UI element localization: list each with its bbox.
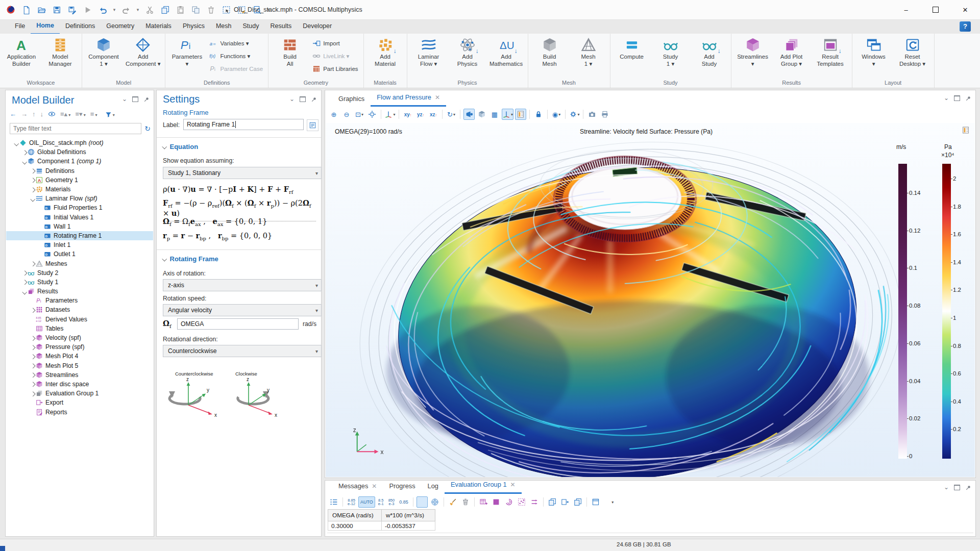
collapsed-chevron-icon[interactable] (30, 373, 35, 378)
graphics-tab-graphics[interactable]: Graphics (332, 91, 371, 107)
run-button[interactable] (81, 3, 94, 16)
close-icon[interactable]: ✕ (435, 91, 440, 104)
color-legend-icon[interactable] (515, 109, 526, 120)
tree-item-component-1[interactable]: Component 1(comp 1) (6, 157, 153, 166)
parameter-case-button[interactable]: Parameter Case (206, 62, 266, 75)
study-1-button[interactable]: Study 1 ▾ (651, 35, 690, 79)
clear-table-icon[interactable] (447, 496, 458, 508)
build-mesh-button[interactable]: Build Mesh (530, 35, 569, 79)
save-as-button[interactable] (65, 3, 79, 16)
menu-materials[interactable]: Materials (140, 19, 177, 34)
precision-85-button[interactable]: 8.5e-1 (377, 497, 385, 507)
redo-button[interactable] (119, 3, 133, 16)
display-pane-icon[interactable] (590, 496, 601, 508)
new-file-button[interactable] (19, 3, 33, 16)
duplicate-button[interactable] (189, 3, 202, 16)
tree-item-rotating-frame-1[interactable]: Rotating Frame 1 (6, 231, 153, 240)
collapsed-chevron-icon[interactable] (30, 308, 35, 313)
collapsed-chevron-icon[interactable] (30, 345, 35, 349)
menu-file[interactable]: File (9, 19, 31, 34)
tree-item-study-2[interactable]: Study 2 (6, 268, 153, 278)
tree-item-study-1[interactable]: Study 1 (6, 278, 153, 287)
bottom-tab-progress[interactable]: Progress (383, 479, 421, 494)
application-builder-button[interactable]: Application Builder (2, 35, 41, 79)
scene-light-icon[interactable] (463, 109, 475, 120)
open-file-button[interactable] (35, 3, 48, 16)
tree-item-inter-disc-space[interactable]: Inter disc space (6, 380, 153, 389)
close-button[interactable]: ✕ (950, 0, 980, 19)
menu-study[interactable]: Study (237, 19, 265, 34)
maximize-button[interactable] (921, 0, 950, 19)
cell-color-icon[interactable] (491, 496, 502, 508)
transparency-icon[interactable] (476, 109, 487, 120)
add-component-button[interactable]: Add Component ▾ (123, 35, 163, 79)
delete-table-icon[interactable] (460, 496, 471, 508)
expand-icon[interactable]: ≡▴ ▾ (60, 110, 70, 118)
minimize-button[interactable]: – (891, 0, 921, 19)
menu-results[interactable]: Results (265, 19, 298, 34)
parameters-button[interactable]: Parameters ▾ (167, 35, 206, 79)
cut-button[interactable] (143, 3, 156, 16)
label-input[interactable]: Rotating Frame 1 (183, 119, 304, 130)
collapsed-chevron-icon[interactable] (30, 364, 35, 368)
livelink-button[interactable]: LiveLink ▾ (309, 49, 361, 62)
undo-button[interactable] (96, 3, 109, 16)
tree-item-pressure-spf-[interactable]: Pressure (spf) (6, 342, 153, 352)
zoom-out-icon[interactable]: ⊖ (341, 109, 352, 120)
compute-button[interactable]: Compute (612, 35, 651, 79)
tree-item-mesh-plot-4[interactable]: Mesh Plot 4 (6, 352, 153, 361)
reorder-columns-icon[interactable] (529, 496, 540, 508)
tree-item-meshes[interactable]: Meshes (6, 259, 153, 268)
precision-850-button[interactable]: 850e-3 (387, 497, 397, 507)
graphics-canvas[interactable]: OMEGA(29)=1000 rad/s Streamline: Velocit… (326, 123, 975, 477)
graphics-tab-flow-and-pressure[interactable]: Flow and Pressure✕ (371, 90, 446, 107)
tree-item-tables[interactable]: Tables (6, 324, 153, 333)
menu-definitions[interactable]: Definitions (60, 19, 101, 34)
add-mathematics-button[interactable]: ↓ Add Mathematics (487, 35, 526, 79)
menu-physics[interactable]: Physics (177, 19, 210, 34)
settings-float-icon[interactable] (300, 96, 306, 102)
table-header-cell[interactable]: OMEGA (rad/s) (328, 510, 382, 521)
undo-caret-icon[interactable]: ▾ (111, 3, 117, 16)
reset-desktop-button[interactable]: Reset Desktop ▾ (893, 35, 932, 79)
settings-collapse-icon[interactable]: ⌄ (289, 95, 295, 103)
table-row[interactable]: 0.30000-0.0053537 (328, 521, 435, 531)
equation-section-header[interactable]: Equation (163, 143, 198, 151)
close-icon[interactable]: ✕ (510, 478, 516, 491)
delete-button[interactable] (204, 3, 217, 16)
refresh-icon[interactable]: ↻ (144, 124, 151, 133)
expanded-chevron-icon[interactable] (22, 289, 27, 294)
graphics-float-icon[interactable] (954, 95, 960, 101)
tree-item-evaluation-group-1[interactable]: Evaluation Group 1 (6, 389, 153, 398)
zoom-box-icon[interactable]: ⊡▾ (354, 109, 365, 120)
back-icon[interactable]: ← (10, 110, 16, 118)
copy-table-icon[interactable] (547, 496, 558, 508)
contour-icon[interactable] (503, 496, 514, 508)
tree-item-initial-values-1[interactable]: Initial Values 1 (6, 213, 153, 222)
view-xy-icon[interactable]: xy↑ (402, 109, 413, 120)
tree-item-global-definitions[interactable]: Global Definitions (6, 147, 153, 157)
tree-item-datasets[interactable]: Datasets (6, 305, 153, 314)
rotating-frame-section-header[interactable]: Rotating Frame (163, 255, 218, 263)
expanded-chevron-icon[interactable] (22, 160, 27, 164)
zoom-in-icon[interactable]: ⊕ (328, 109, 339, 120)
forward-icon[interactable]: → (21, 110, 28, 118)
rename-button[interactable] (307, 119, 318, 131)
tree-item-reports[interactable]: Reports (6, 407, 153, 416)
tree-item-parameters[interactable]: Parameters (6, 296, 153, 305)
tree-item-mesh-plot-5[interactable]: Mesh Plot 5 (6, 361, 153, 370)
table-settings-icon[interactable]: ▾ (603, 496, 614, 508)
show-grid-icon[interactable]: ▦ (489, 109, 500, 120)
collapsed-chevron-icon[interactable] (22, 150, 27, 155)
model-tree-nodes-icon[interactable]: ≡ ▾ (90, 110, 97, 118)
table-view-icon[interactable] (416, 496, 428, 508)
rotate-view-icon[interactable]: ↻▾ (446, 109, 457, 120)
select-mode-icon[interactable]: ◉▾ (551, 109, 562, 120)
build-all-button[interactable]: Build All (271, 35, 309, 79)
collapsed-chevron-icon[interactable] (30, 262, 35, 266)
windows-button[interactable]: Windows ▾ (854, 35, 893, 79)
scatter-icon[interactable] (516, 496, 527, 508)
collapsed-chevron-icon[interactable] (30, 355, 35, 359)
graphics-collapse-icon[interactable]: ⌄ (944, 94, 949, 102)
mesh-1-button[interactable]: Mesh 1 ▾ (569, 35, 608, 79)
